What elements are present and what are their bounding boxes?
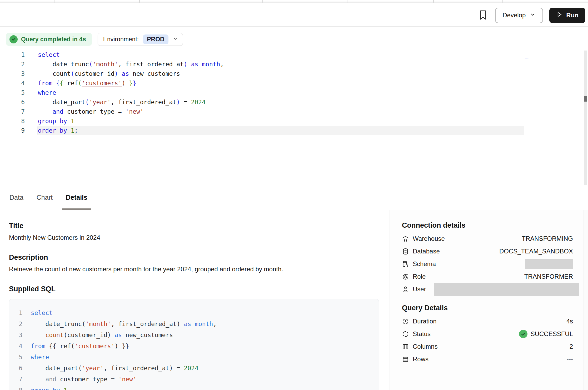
supplied-sql-heading: Supplied SQL bbox=[9, 285, 379, 293]
code-token: count bbox=[45, 332, 63, 338]
code-line: 6 date_part('year', first_ordered_at) = … bbox=[0, 97, 588, 107]
code-line: 2 date_trunc('month', first_ordered_at) … bbox=[9, 318, 379, 329]
code-token: ) }} bbox=[115, 343, 129, 349]
query-status-text: Query completed in 4s bbox=[21, 36, 86, 43]
code-token: , bbox=[220, 61, 224, 68]
code-token: { bbox=[56, 80, 60, 87]
code-token: 2024 bbox=[191, 99, 206, 106]
code-token: } bbox=[133, 80, 136, 87]
code-line: 4from {{ ref('customers') }} bbox=[9, 341, 379, 352]
code-token: ; bbox=[528, 58, 529, 59]
code-token bbox=[52, 80, 56, 87]
line-number: 8 bbox=[0, 116, 25, 126]
detail-value: SUCCESSFUL bbox=[531, 330, 573, 338]
code-line: 5where bbox=[9, 352, 379, 363]
environment-dropdown[interactable]: Environment: PROD bbox=[98, 33, 183, 46]
right-panel-scrollbar[interactable] bbox=[584, 210, 588, 390]
code-line: 3 count(customer_id) as new_customers bbox=[9, 329, 379, 341]
code-token: ) bbox=[176, 99, 180, 106]
code-token bbox=[31, 332, 45, 338]
environment-value-pill: PROD bbox=[143, 34, 168, 44]
code-token: 1 bbox=[64, 387, 67, 390]
line-number: 7 bbox=[9, 374, 22, 385]
code-text: date_trunc('month', first_ordered_at) as… bbox=[38, 59, 224, 69]
code-line: 1select bbox=[0, 50, 588, 59]
redacted-value bbox=[525, 259, 573, 269]
status-row: Query completed in 4s Environment: PROD bbox=[6, 33, 183, 46]
detail-label: Role bbox=[413, 273, 426, 280]
columns-icon bbox=[402, 343, 409, 350]
bookmark-button[interactable] bbox=[477, 9, 489, 21]
code-token: and bbox=[52, 108, 63, 115]
line-number: 1 bbox=[0, 50, 25, 59]
code-line: 7 and customer_type = 'new' bbox=[9, 374, 379, 385]
line-number: 6 bbox=[0, 97, 25, 107]
code-token: as month bbox=[184, 321, 213, 327]
code-token: as bbox=[122, 70, 129, 77]
tab-data[interactable]: Data bbox=[9, 185, 23, 210]
detail-value: TRANSFORMING bbox=[522, 235, 573, 242]
code-token: ref bbox=[63, 80, 78, 87]
database-icon bbox=[402, 248, 409, 255]
detail-label: User bbox=[413, 286, 426, 293]
tab-chart[interactable]: Chart bbox=[37, 185, 53, 210]
code-text: date_part('year', first_ordered_at) = 20… bbox=[38, 97, 206, 107]
code-token: from bbox=[31, 343, 45, 349]
detail-label: Status bbox=[413, 330, 431, 338]
code-token: 'new' bbox=[125, 108, 143, 115]
run-button[interactable]: Run bbox=[549, 8, 585, 23]
detail-value: --- bbox=[567, 356, 573, 363]
editor-code-area[interactable]: 1select2 date_trunc('month', first_order… bbox=[0, 50, 588, 135]
develop-label: Develop bbox=[502, 12, 526, 19]
detail-row: StatusSUCCESSFUL bbox=[402, 328, 573, 340]
detail-label: Rows bbox=[413, 356, 428, 363]
code-text: order by 1; bbox=[38, 126, 78, 135]
editor-minimap[interactable]: select date_trunc('month', first_ordered… bbox=[525, 54, 556, 65]
detail-label: Columns bbox=[413, 343, 438, 350]
code-line: 3 count(customer_id) as new_customers bbox=[0, 69, 588, 78]
code-token: where bbox=[38, 89, 56, 96]
detail-label: Schema bbox=[413, 260, 436, 268]
tab-details[interactable]: Details bbox=[66, 185, 87, 210]
code-token: 'new' bbox=[118, 376, 136, 383]
tab-separator bbox=[262, 0, 263, 3]
detail-label: Database bbox=[413, 248, 440, 255]
code-token: } bbox=[129, 80, 133, 87]
code-token: as bbox=[115, 332, 122, 338]
redacted-value bbox=[434, 283, 579, 296]
title-heading: Title bbox=[9, 222, 379, 230]
scrollbar-thumb[interactable] bbox=[584, 96, 587, 102]
code-text: select bbox=[38, 50, 60, 59]
code-token: 'customers' bbox=[82, 80, 122, 87]
query-details-heading: Query Details bbox=[402, 303, 573, 312]
line-number: 9 bbox=[0, 126, 25, 135]
app-window: Develop Run Query completed in 4s Enviro… bbox=[0, 0, 588, 390]
detail-label: Duration bbox=[413, 318, 437, 325]
connection-details-rows: WarehouseTRANSFORMINGDatabaseDOCS_TEAM_S… bbox=[402, 232, 573, 296]
code-token: ) bbox=[184, 61, 187, 68]
code-token bbox=[187, 61, 191, 68]
code-token bbox=[67, 127, 71, 134]
code-token bbox=[125, 80, 129, 87]
code-token: date_part( bbox=[31, 365, 82, 372]
sql-editor[interactable]: 1select2 date_trunc('month', first_order… bbox=[0, 50, 588, 185]
develop-menu-button[interactable]: Develop bbox=[495, 8, 543, 23]
detail-value: 2 bbox=[570, 343, 573, 350]
code-token: 'month' bbox=[86, 321, 111, 327]
line-number: 6 bbox=[9, 363, 22, 374]
line-number: 3 bbox=[0, 69, 25, 78]
code-line: 8group by 1 bbox=[0, 116, 588, 126]
code-line: 6 date_part('year', first_ordered_at) = … bbox=[9, 363, 379, 374]
editor-scrollbar[interactable] bbox=[584, 51, 587, 185]
code-token bbox=[31, 376, 45, 383]
code-token: customer_type = bbox=[63, 108, 125, 115]
duration-icon bbox=[402, 318, 409, 325]
bookmark-icon bbox=[479, 10, 487, 21]
code-token: , first_ordered_at) = bbox=[104, 365, 184, 372]
code-token: ( bbox=[85, 99, 89, 106]
code-token: as month bbox=[191, 61, 220, 68]
code-token: ( bbox=[89, 61, 93, 68]
detail-row: Schema bbox=[402, 258, 573, 270]
tab-separator bbox=[433, 0, 434, 3]
line-number: 7 bbox=[0, 107, 25, 116]
